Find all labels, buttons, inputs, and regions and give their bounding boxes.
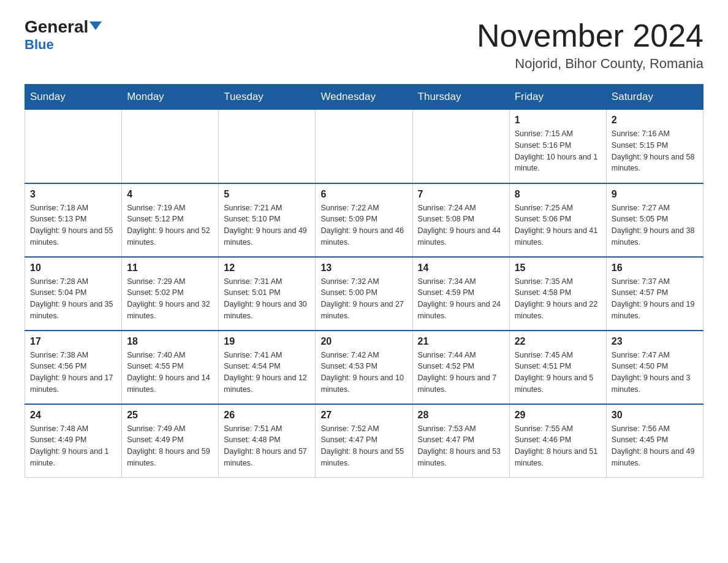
day-info: Sunrise: 7:19 AM Sunset: 5:12 PM Dayligh… [127,202,213,248]
day-number: 26 [224,410,310,421]
day-number: 15 [515,262,601,274]
day-number: 12 [224,262,310,274]
day-info: Sunrise: 7:34 AM Sunset: 4:59 PM Dayligh… [418,276,504,322]
day-cell-w1-d1 [25,110,122,183]
day-cell-w3-d3: 12Sunrise: 7:31 AM Sunset: 5:01 PM Dayli… [219,257,316,331]
day-cell-w1-d3 [219,110,316,183]
header-monday: Monday [122,85,219,110]
week-row-3: 10Sunrise: 7:28 AM Sunset: 5:04 PM Dayli… [25,257,703,331]
day-cell-w4-d5: 21Sunrise: 7:44 AM Sunset: 4:52 PM Dayli… [412,331,509,404]
day-info: Sunrise: 7:44 AM Sunset: 4:52 PM Dayligh… [418,350,504,396]
day-number: 19 [224,336,310,347]
day-cell-w5-d3: 26Sunrise: 7:51 AM Sunset: 4:48 PM Dayli… [219,404,316,478]
day-cell-w3-d4: 13Sunrise: 7:32 AM Sunset: 5:00 PM Dayli… [316,257,412,331]
location: Nojorid, Bihor County, Romania [477,56,703,72]
day-info: Sunrise: 7:37 AM Sunset: 4:57 PM Dayligh… [612,276,698,322]
day-number: 11 [127,262,213,274]
day-cell-w4-d1: 17Sunrise: 7:38 AM Sunset: 4:56 PM Dayli… [25,331,122,404]
day-number: 20 [320,336,407,347]
day-cell-w3-d5: 14Sunrise: 7:34 AM Sunset: 4:59 PM Dayli… [412,257,509,331]
day-info: Sunrise: 7:49 AM Sunset: 4:49 PM Dayligh… [127,423,213,469]
day-cell-w2-d6: 8Sunrise: 7:25 AM Sunset: 5:06 PM Daylig… [509,183,606,257]
day-number: 21 [418,336,504,347]
day-number: 23 [612,336,698,347]
day-info: Sunrise: 7:35 AM Sunset: 4:58 PM Dayligh… [515,276,601,322]
week-row-4: 17Sunrise: 7:38 AM Sunset: 4:56 PM Dayli… [25,331,703,404]
day-cell-w4-d2: 18Sunrise: 7:40 AM Sunset: 4:55 PM Dayli… [122,331,219,404]
day-info: Sunrise: 7:42 AM Sunset: 4:53 PM Dayligh… [320,350,407,396]
day-info: Sunrise: 7:52 AM Sunset: 4:47 PM Dayligh… [320,423,407,469]
header-saturday: Saturday [606,85,703,110]
day-number: 4 [127,189,213,200]
day-info: Sunrise: 7:32 AM Sunset: 5:00 PM Dayligh… [320,276,407,322]
day-number: 16 [612,262,698,274]
logo-blue: Blue [25,37,102,53]
day-number: 7 [418,189,504,200]
day-info: Sunrise: 7:18 AM Sunset: 5:13 PM Dayligh… [30,202,116,248]
day-info: Sunrise: 7:40 AM Sunset: 4:55 PM Dayligh… [127,350,213,396]
day-info: Sunrise: 7:56 AM Sunset: 4:45 PM Dayligh… [612,423,698,469]
day-cell-w4-d3: 19Sunrise: 7:41 AM Sunset: 4:54 PM Dayli… [219,331,316,404]
day-number: 3 [30,189,116,200]
day-cell-w4-d4: 20Sunrise: 7:42 AM Sunset: 4:53 PM Dayli… [316,331,412,404]
day-info: Sunrise: 7:48 AM Sunset: 4:49 PM Dayligh… [30,423,116,469]
day-number: 30 [612,410,698,421]
day-info: Sunrise: 7:25 AM Sunset: 5:06 PM Dayligh… [515,202,601,248]
logo-main: General [25,18,102,36]
day-cell-w5-d6: 29Sunrise: 7:55 AM Sunset: 4:46 PM Dayli… [509,404,606,478]
day-info: Sunrise: 7:51 AM Sunset: 4:48 PM Dayligh… [224,423,310,469]
day-info: Sunrise: 7:15 AM Sunset: 5:16 PM Dayligh… [515,128,601,174]
day-cell-w2-d4: 6Sunrise: 7:22 AM Sunset: 5:09 PM Daylig… [316,183,412,257]
header-tuesday: Tuesday [219,85,316,110]
week-row-1: 1Sunrise: 7:15 AM Sunset: 5:16 PM Daylig… [25,110,703,183]
day-info: Sunrise: 7:29 AM Sunset: 5:02 PM Dayligh… [127,276,213,322]
day-number: 9 [612,189,698,200]
day-cell-w2-d2: 4Sunrise: 7:19 AM Sunset: 5:12 PM Daylig… [122,183,219,257]
day-info: Sunrise: 7:55 AM Sunset: 4:46 PM Dayligh… [515,423,601,469]
day-number: 28 [418,410,504,421]
day-info: Sunrise: 7:24 AM Sunset: 5:08 PM Dayligh… [418,202,504,248]
day-cell-w4-d6: 22Sunrise: 7:45 AM Sunset: 4:51 PM Dayli… [509,331,606,404]
day-number: 17 [30,336,116,347]
header-sunday: Sunday [25,85,122,110]
day-cell-w2-d5: 7Sunrise: 7:24 AM Sunset: 5:08 PM Daylig… [412,183,509,257]
day-cell-w1-d5 [412,110,509,183]
day-cell-w2-d3: 5Sunrise: 7:21 AM Sunset: 5:10 PM Daylig… [219,183,316,257]
day-cell-w5-d2: 25Sunrise: 7:49 AM Sunset: 4:49 PM Dayli… [122,404,219,478]
day-info: Sunrise: 7:28 AM Sunset: 5:04 PM Dayligh… [30,276,116,322]
day-info: Sunrise: 7:45 AM Sunset: 4:51 PM Dayligh… [515,350,601,396]
day-cell-w1-d2 [122,110,219,183]
day-cell-w1-d6: 1Sunrise: 7:15 AM Sunset: 5:16 PM Daylig… [509,110,606,183]
day-number: 6 [320,189,407,200]
day-cell-w3-d2: 11Sunrise: 7:29 AM Sunset: 5:02 PM Dayli… [122,257,219,331]
day-number: 18 [127,336,213,347]
logo-triangle-icon [89,21,102,30]
header-wednesday: Wednesday [316,85,412,110]
day-cell-w4-d7: 23Sunrise: 7:47 AM Sunset: 4:50 PM Dayli… [606,331,703,404]
header-friday: Friday [509,85,606,110]
day-number: 5 [224,189,310,200]
day-info: Sunrise: 7:53 AM Sunset: 4:47 PM Dayligh… [418,423,504,469]
day-cell-w5-d4: 27Sunrise: 7:52 AM Sunset: 4:47 PM Dayli… [316,404,412,478]
logo: General Blue [25,18,102,53]
logo-general: General [25,17,102,36]
week-row-2: 3Sunrise: 7:18 AM Sunset: 5:13 PM Daylig… [25,183,703,257]
weekday-header-row: Sunday Monday Tuesday Wednesday Thursday… [25,85,703,110]
day-number: 8 [515,189,601,200]
day-number: 25 [127,410,213,421]
day-info: Sunrise: 7:47 AM Sunset: 4:50 PM Dayligh… [612,350,698,396]
day-cell-w1-d7: 2Sunrise: 7:16 AM Sunset: 5:15 PM Daylig… [606,110,703,183]
day-cell-w5-d5: 28Sunrise: 7:53 AM Sunset: 4:47 PM Dayli… [412,404,509,478]
day-info: Sunrise: 7:21 AM Sunset: 5:10 PM Dayligh… [224,202,310,248]
header: General Blue November 2024 Nojorid, Biho… [25,18,703,72]
day-number: 22 [515,336,601,347]
month-title: November 2024 [477,18,703,53]
day-number: 13 [320,262,407,274]
day-info: Sunrise: 7:27 AM Sunset: 5:05 PM Dayligh… [612,202,698,248]
day-number: 14 [418,262,504,274]
day-cell-w3-d6: 15Sunrise: 7:35 AM Sunset: 4:58 PM Dayli… [509,257,606,331]
day-cell-w3-d7: 16Sunrise: 7:37 AM Sunset: 4:57 PM Dayli… [606,257,703,331]
day-cell-w2-d1: 3Sunrise: 7:18 AM Sunset: 5:13 PM Daylig… [25,183,122,257]
day-number: 2 [612,115,698,126]
day-info: Sunrise: 7:16 AM Sunset: 5:15 PM Dayligh… [612,128,698,174]
